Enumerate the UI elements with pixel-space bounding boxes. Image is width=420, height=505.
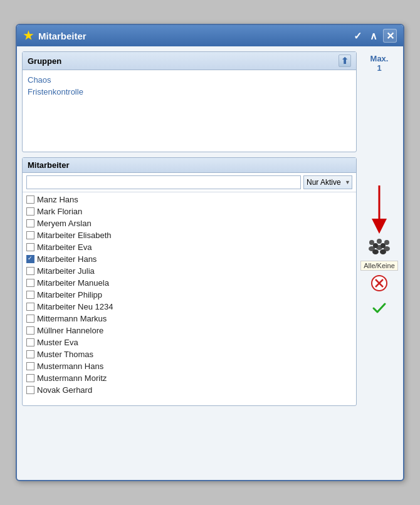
- mitarbeiter-section: Mitarbeiter Nur Aktive Alle Inaktive: [22, 157, 357, 406]
- filter-row: Nur Aktive Alle Inaktive: [23, 173, 356, 192]
- groups-section: Gruppen ⬆ Chaos Fristenkontrolle: [22, 51, 357, 152]
- mitarbeiter-window: ★ Mitarbeiter ✓ ∧ ✕ Gruppen ⬆ Chaos Fris…: [16, 24, 404, 481]
- employee-item[interactable]: Manz Hans: [25, 194, 354, 206]
- groups-list: Chaos Fristenkontrolle: [23, 70, 356, 152]
- employee-name: Novak Gerhard: [37, 385, 92, 395]
- svg-point-8: [372, 249, 379, 254]
- svg-point-7: [373, 243, 378, 248]
- star-icon: ★: [23, 29, 33, 43]
- alle-keine-button[interactable]: Alle/Keine: [360, 237, 398, 271]
- filter-input[interactable]: [26, 175, 301, 189]
- title-controls: ✓ ∧ ✕: [350, 29, 397, 43]
- window-title: Mitarbeiter: [38, 31, 87, 41]
- employee-name: Müllner Hannelore: [37, 326, 103, 335]
- employee-name: Meryem Arslan: [37, 219, 92, 228]
- group-item-chaos[interactable]: Chaos: [28, 74, 351, 86]
- employee-checkbox[interactable]: [26, 350, 34, 358]
- employee-name: Mitarbeiter Hans: [37, 254, 97, 264]
- mitarbeiter-title: Mitarbeiter: [28, 160, 69, 170]
- employee-checkbox[interactable]: [26, 303, 34, 311]
- employee-item[interactable]: Mustermann Moritz: [25, 372, 354, 384]
- employee-checkbox[interactable]: [26, 195, 34, 204]
- groups-collapse-button[interactable]: ⬆: [339, 55, 351, 67]
- employee-name: Mustermann Hans: [37, 362, 103, 371]
- employee-checkbox[interactable]: [26, 219, 34, 227]
- max-label: Max. 1: [370, 54, 389, 73]
- employee-item[interactable]: Mitarbeiter Hans: [25, 253, 354, 265]
- employee-name: Mitarbeiter Philipp: [37, 290, 102, 299]
- groups-title: Gruppen: [28, 56, 61, 66]
- employee-item[interactable]: Muster Eva: [25, 336, 354, 348]
- filter-dropdown[interactable]: Nur Aktive Alle Inaktive: [303, 175, 352, 189]
- filter-dropdown-wrapper: Nur Aktive Alle Inaktive: [303, 175, 352, 189]
- max-value: 1: [370, 63, 389, 73]
- group-item-fristenkontrolle[interactable]: Fristenkontrolle: [28, 86, 351, 98]
- employee-checkbox[interactable]: [26, 362, 34, 370]
- employee-item[interactable]: Mitarbeiter Elisabeth: [25, 229, 354, 241]
- employee-item[interactable]: Muster Thomas: [25, 348, 354, 360]
- employee-item[interactable]: Meryem Arslan: [25, 217, 354, 229]
- employee-item[interactable]: Mittermann Markus: [25, 313, 354, 325]
- title-left: ★ Mitarbeiter: [23, 29, 87, 43]
- employee-item[interactable]: Mitarbeiter Philipp: [25, 289, 354, 301]
- employee-checkbox[interactable]: [26, 386, 34, 394]
- employee-name: Mitarbeiter Julia: [37, 266, 95, 276]
- employee-name: Muster Eva: [37, 338, 78, 347]
- cancel-button[interactable]: [370, 274, 388, 295]
- window-body: Gruppen ⬆ Chaos Fristenkontrolle Mitarbe…: [17, 46, 403, 416]
- employee-checkbox[interactable]: [26, 291, 34, 299]
- employee-name: Manz Hans: [37, 195, 78, 204]
- svg-point-3: [377, 239, 382, 244]
- employee-checkbox[interactable]: [26, 279, 34, 287]
- employee-item[interactable]: Mitarbeiter Manuela: [25, 277, 354, 289]
- employee-checkbox[interactable]: [26, 315, 34, 323]
- max-title: Max.: [370, 54, 389, 63]
- mitarbeiter-header: Mitarbeiter: [23, 158, 356, 173]
- groups-header: Gruppen ⬆: [23, 52, 356, 70]
- employee-checkbox[interactable]: [26, 243, 34, 251]
- employee-checkbox[interactable]: [26, 326, 34, 335]
- confirm-button[interactable]: [370, 299, 388, 320]
- employee-item[interactable]: Novak Gerhard: [25, 384, 354, 396]
- svg-point-9: [381, 243, 386, 248]
- title-bar: ★ Mitarbeiter ✓ ∧ ✕: [17, 25, 403, 46]
- employee-name: Muster Thomas: [37, 350, 93, 359]
- employee-item[interactable]: Mitarbeiter Julia: [25, 265, 354, 277]
- alle-keine-icon: [368, 237, 391, 261]
- alle-keine-label: Alle/Keine: [360, 261, 398, 271]
- employee-checkbox[interactable]: [26, 338, 34, 346]
- employee-item[interactable]: Mark Florian: [25, 206, 354, 217]
- employee-checkbox[interactable]: [26, 207, 34, 216]
- collapse-button[interactable]: ∧: [367, 29, 381, 43]
- employee-name: Mark Florian: [37, 207, 82, 216]
- minimize-button[interactable]: ✓: [350, 29, 364, 43]
- employee-item[interactable]: Mitarbeiter Neu 1234: [25, 301, 354, 313]
- close-button[interactable]: ✕: [383, 29, 397, 43]
- employee-item[interactable]: Mustermann Hans: [25, 360, 354, 372]
- employee-name: Mitarbeiter Eva: [37, 242, 92, 252]
- svg-point-10: [380, 249, 386, 254]
- employee-checkbox[interactable]: [26, 255, 34, 263]
- employee-checkbox[interactable]: [26, 374, 34, 382]
- employee-item[interactable]: Müllner Hannelore: [25, 325, 354, 336]
- red-arrow: [367, 185, 392, 237]
- employee-name: Mitarbeiter Manuela: [37, 278, 109, 288]
- employee-name: Mustermann Moritz: [37, 373, 107, 383]
- employee-item[interactable]: Mitarbeiter Eva: [25, 241, 354, 253]
- right-panel: Max. 1: [360, 51, 398, 411]
- employee-list[interactable]: Manz HansMark FlorianMeryem ArslanMitarb…: [23, 192, 356, 405]
- employee-name: Mitarbeiter Neu 1234: [37, 302, 113, 311]
- employee-name: Mitarbeiter Elisabeth: [37, 231, 112, 240]
- main-panel: Gruppen ⬆ Chaos Fristenkontrolle Mitarbe…: [22, 51, 357, 411]
- employee-checkbox[interactable]: [26, 267, 34, 275]
- employee-checkbox[interactable]: [26, 231, 34, 239]
- employee-name: Mittermann Markus: [37, 314, 107, 323]
